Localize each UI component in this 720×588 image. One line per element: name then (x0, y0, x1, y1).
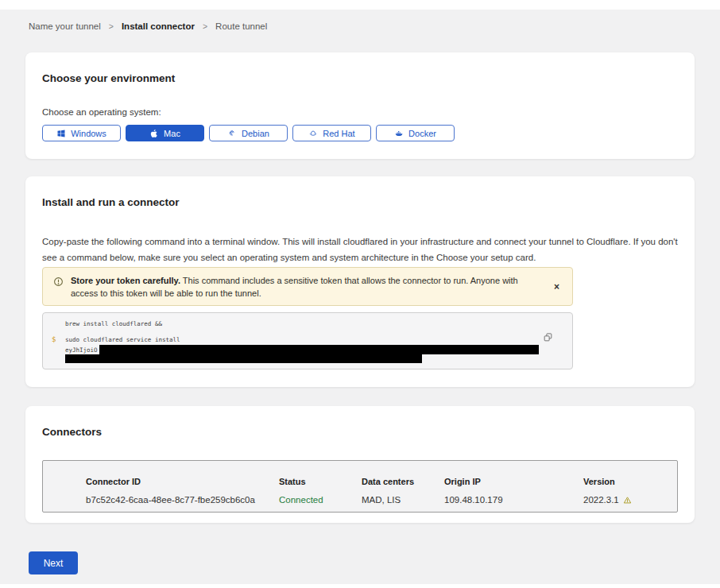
version-number: 2022.3.1 (583, 494, 619, 505)
environment-card-title: Choose your environment (42, 72, 678, 85)
column-header-origin-ip: Origin IP (444, 477, 583, 487)
redacted-token-bar (65, 354, 422, 363)
install-command-codeblock[interactable]: $ brew install cloudflared && sudo cloud… (42, 312, 573, 369)
choose-environment-card: Choose your environment Choose an operat… (25, 52, 695, 159)
install-description: Copy-paste the following command into a … (42, 234, 678, 265)
redhat-icon (308, 129, 318, 138)
code-line-token-continued (65, 354, 550, 363)
connectors-table: Connector ID Status Data centers Origin … (42, 460, 678, 513)
copy-icon[interactable] (543, 332, 553, 342)
tunnel-setup-page: Name your tunnel > Install connector > R… (0, 10, 720, 584)
debian-icon (227, 129, 237, 138)
status-badge: Connected (279, 494, 362, 505)
install-card-title: Install and run a connector (42, 195, 678, 209)
code-line-service-install: sudo cloudflared service install (65, 336, 550, 343)
token-prefix: eyJhIjoiO (65, 346, 98, 354)
column-header-status: Status (279, 477, 362, 487)
origin-ip-value: 109.48.10.179 (444, 494, 583, 505)
close-icon[interactable]: × (551, 280, 563, 293)
breadcrumb-step-install-connector[interactable]: Install connector (122, 21, 195, 31)
column-header-data-centers: Data centers (362, 477, 444, 487)
os-button-label: Red Hat (323, 129, 354, 138)
os-select-label: Choose an operating system: (42, 106, 678, 118)
warning-title: Store your token carefully. (71, 276, 180, 285)
data-centers-value: MAD, LIS (362, 494, 444, 505)
os-button-label: Mac (164, 129, 180, 138)
docker-icon (394, 129, 404, 138)
os-button-debian[interactable]: Debian (209, 125, 288, 141)
breadcrumb: Name your tunnel > Install connector > R… (25, 18, 695, 34)
code-line-brew-install: brew install cloudflared && (65, 320, 550, 327)
breadcrumb-step-name-your-tunnel[interactable]: Name your tunnel (29, 21, 101, 31)
apple-icon (149, 129, 159, 138)
breadcrumb-step-route-tunnel[interactable]: Route tunnel (215, 21, 267, 31)
breadcrumb-separator: > (109, 21, 114, 31)
os-button-mac[interactable]: Mac (126, 125, 204, 141)
version-value: 2022.3.1 (583, 494, 661, 505)
os-button-group: Windows Mac Debian (42, 125, 678, 141)
os-button-windows[interactable]: Windows (42, 125, 121, 141)
column-header-version: Version (583, 477, 661, 487)
shell-prompt: $ (52, 336, 56, 343)
os-button-label: Docker (408, 129, 436, 138)
os-button-label: Windows (71, 129, 106, 138)
column-header-connector-id: Connector ID (86, 477, 279, 487)
info-icon (53, 277, 64, 287)
token-warning-banner: Store your token carefully. This command… (42, 267, 573, 306)
os-button-label: Debian (242, 129, 269, 138)
connectors-card: Connectors Connector ID Status Data cent… (25, 406, 695, 523)
connectors-card-title: Connectors (42, 425, 678, 439)
os-button-docker[interactable]: Docker (376, 125, 455, 141)
warning-icon[interactable] (623, 496, 632, 505)
warning-message: Store your token carefully. This command… (71, 274, 532, 300)
install-connector-card: Install and run a connector Copy-paste t… (25, 176, 695, 387)
next-button[interactable]: Next (29, 551, 78, 574)
breadcrumb-separator: > (203, 21, 207, 31)
connector-id-value: b7c52c42-6caa-48ee-8c77-fbe259cb6c0a (86, 494, 279, 505)
code-line-token: eyJhIjoiO (65, 345, 550, 354)
os-button-redhat[interactable]: Red Hat (292, 125, 371, 141)
windows-icon (56, 129, 66, 138)
redacted-token-bar (99, 345, 539, 354)
